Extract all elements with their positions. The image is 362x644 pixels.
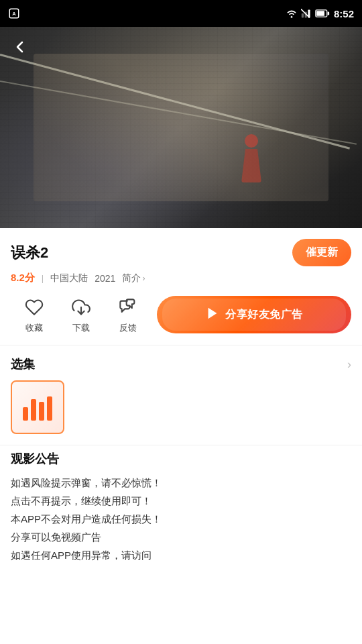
notice-line-3: 本APP不会对用户造成任何损失！: [11, 513, 162, 525]
meta-divider-1: |: [42, 273, 44, 283]
bar-1: [23, 407, 28, 421]
bar-2: [31, 399, 36, 421]
figure-silhouette: [235, 134, 268, 195]
notice-line-5: 如遇任何APP使用异常，请访问: [11, 549, 152, 561]
svg-marker-10: [208, 307, 217, 319]
download-label: 下载: [72, 322, 90, 334]
bar-4: [47, 396, 52, 421]
svg-rect-7: [316, 11, 324, 16]
title-row: 误杀2 催更新: [11, 239, 351, 266]
app-icon: A: [8, 7, 20, 19]
movie-year: 2021: [95, 273, 115, 284]
favorite-label: 收藏: [25, 322, 43, 334]
episodes-arrow-icon: ›: [347, 358, 351, 372]
svg-rect-2: [302, 13, 304, 17]
movie-title: 误杀2: [11, 243, 48, 263]
video-thumbnail: [0, 27, 362, 228]
back-button[interactable]: [8, 35, 32, 59]
cable-decoration: [0, 54, 350, 150]
intro-label: 简介: [122, 272, 141, 284]
movie-origin: 中国大陆: [50, 272, 88, 284]
notice-section: 观影公告 如遇风险提示弹窗，请不必惊慌！ 点击不再提示，继续使用即可！ 本APP…: [11, 445, 351, 570]
meta-row: 8.2分 | 中国大陆 2021 简介 ›: [11, 272, 351, 284]
movie-score: 8.2分: [11, 272, 35, 284]
texture-overlay: [0, 27, 362, 228]
action-bar: 收藏 下载 反馈: [11, 295, 351, 334]
status-icons: [286, 9, 330, 18]
feedback-action[interactable]: 反馈: [105, 295, 152, 334]
status-right: 8:52: [286, 8, 354, 19]
intro-arrow-icon: ›: [142, 274, 145, 283]
update-button[interactable]: 催更新: [292, 239, 351, 266]
clock-time: 8:52: [334, 8, 354, 19]
notice-line-4: 分享可以免视频广告: [11, 531, 101, 543]
bar-3: [39, 402, 44, 421]
notice-body: 如遇风险提示弹窗，请不必惊慌！ 点击不再提示，继续使用即可！ 本APP不会对用户…: [11, 474, 351, 564]
video-player[interactable]: [0, 27, 362, 228]
notice-title: 观影公告: [11, 451, 351, 467]
notice-line-2: 点击不再提示，继续使用即可！: [11, 495, 152, 506]
status-bar: A 8:52: [0, 0, 362, 27]
download-action[interactable]: 下载: [58, 295, 105, 334]
status-left: A: [8, 7, 20, 19]
intro-link[interactable]: 简介 ›: [122, 272, 145, 284]
main-content: 误杀2 催更新 8.2分 | 中国大陆 2021 简介 › 收藏: [0, 228, 362, 570]
episodes-title: 选集: [11, 356, 35, 372]
share-ad-button[interactable]: 分享好友免广告: [157, 296, 351, 333]
wifi-icon: [286, 9, 298, 18]
episode-thumbnail[interactable]: [11, 380, 64, 434]
favorite-action[interactable]: 收藏: [11, 295, 58, 334]
svg-text:A: A: [12, 11, 16, 17]
download-icon: [69, 295, 93, 319]
notice-line-1: 如遇风险提示弹窗，请不必惊慌！: [11, 477, 162, 488]
cable-decoration-2: [0, 80, 357, 145]
signal-icon: [301, 9, 312, 18]
share-ad-icon: [205, 306, 220, 324]
bars-icon: [23, 394, 52, 421]
battery-icon: [315, 9, 330, 17]
heart-icon: [22, 295, 46, 319]
feedback-label: 反馈: [119, 322, 137, 334]
feedback-icon: [116, 295, 140, 319]
episodes-section-header[interactable]: 选集 ›: [11, 345, 351, 380]
share-ad-label: 分享好友免广告: [225, 308, 303, 322]
svg-rect-8: [328, 11, 330, 15]
